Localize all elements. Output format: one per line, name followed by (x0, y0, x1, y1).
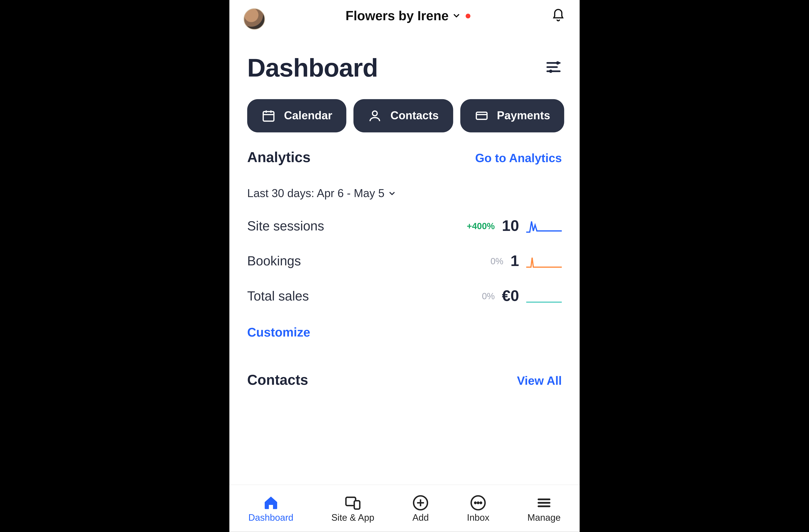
contacts-title: Contacts (247, 372, 308, 388)
shortcut-payments[interactable]: Payments (460, 99, 564, 132)
metric-label: Bookings (247, 253, 301, 269)
bottom-tab-bar: Dashboard Site & App Add Inbox Manage (229, 484, 580, 532)
chevron-down-icon (452, 11, 461, 22)
tab-label: Manage (527, 512, 561, 523)
shortcut-calendar[interactable]: Calendar (247, 99, 347, 132)
notifications-button[interactable] (551, 8, 565, 22)
devices-icon (344, 494, 361, 511)
svg-point-9 (373, 111, 377, 116)
metric-change: 0% (490, 256, 503, 266)
top-bar: Flowers by Irene (229, 0, 580, 36)
calendar-icon (261, 108, 276, 123)
metric-values: 0% €0 (482, 287, 562, 305)
sparkline-icon (526, 219, 562, 233)
svg-point-4 (550, 70, 552, 72)
tab-dashboard[interactable]: Dashboard (248, 494, 293, 522)
sliders-icon (545, 58, 562, 75)
view-all-contacts-link[interactable]: View All (517, 374, 562, 388)
metric-values: 0% 1 (490, 252, 562, 270)
site-switcher[interactable]: Flowers by Irene (346, 8, 471, 23)
app-screen: Flowers by Irene Dashboard (229, 0, 580, 532)
contacts-icon (368, 108, 382, 123)
notification-dot-icon (466, 14, 470, 18)
metric-change: +400% (467, 221, 495, 231)
tab-inbox[interactable]: Inbox (467, 494, 489, 522)
analytics-section: Analytics Go to Analytics Last 30 days: … (229, 143, 580, 388)
tab-label: Add (412, 512, 429, 523)
shortcut-label: Calendar (284, 109, 332, 122)
avatar[interactable] (244, 8, 265, 30)
home-icon (263, 494, 279, 511)
bell-icon (551, 8, 565, 22)
metric-value: 1 (511, 252, 519, 270)
tab-label: Dashboard (248, 512, 293, 523)
chat-icon (470, 494, 486, 511)
metric-values: +400% 10 (467, 217, 562, 235)
svg-rect-10 (476, 112, 487, 119)
metric-label: Site sessions (247, 218, 324, 234)
svg-rect-5 (263, 111, 274, 121)
tab-label: Site & App (331, 512, 374, 523)
shortcut-label: Contacts (391, 109, 438, 122)
metric-value: 10 (502, 217, 519, 235)
metric-total-sales[interactable]: Total sales 0% €0 (247, 287, 562, 305)
date-range-selector[interactable]: Last 30 days: Apr 6 - May 5 (247, 187, 562, 200)
shortcut-label: Payments (497, 109, 550, 122)
tab-label: Inbox (467, 512, 489, 523)
svg-point-19 (475, 502, 476, 503)
menu-icon (536, 494, 552, 511)
svg-point-3 (557, 62, 558, 64)
svg-point-21 (480, 502, 482, 503)
payments-icon (475, 108, 489, 123)
metric-label: Total sales (247, 288, 309, 304)
contacts-header: Contacts View All (247, 372, 562, 388)
date-range-label: Last 30 days: Apr 6 - May 5 (247, 187, 384, 200)
plus-circle-icon (412, 494, 429, 511)
sparkline-icon (526, 254, 562, 268)
tab-manage[interactable]: Manage (527, 494, 561, 522)
shortcut-contacts[interactable]: Contacts (354, 99, 453, 132)
tab-site-app[interactable]: Site & App (331, 494, 374, 522)
customize-analytics-link[interactable]: Customize (247, 325, 562, 340)
page-title-row: Dashboard (229, 36, 580, 88)
metric-value: €0 (502, 287, 519, 305)
metric-site-sessions[interactable]: Site sessions +400% 10 (247, 217, 562, 235)
svg-point-20 (478, 502, 479, 503)
svg-rect-14 (354, 500, 360, 509)
metric-change: 0% (482, 291, 495, 301)
dashboard-settings-button[interactable] (545, 58, 562, 78)
go-to-analytics-link[interactable]: Go to Analytics (475, 152, 562, 165)
chevron-down-icon (388, 189, 396, 199)
page-title: Dashboard (247, 53, 378, 83)
quick-shortcuts: Calendar Contacts Payments (229, 88, 580, 143)
tab-add[interactable]: Add (412, 494, 429, 522)
metric-bookings[interactable]: Bookings 0% 1 (247, 252, 562, 270)
site-name: Flowers by Irene (346, 8, 449, 23)
sparkline-icon (526, 289, 562, 303)
analytics-title: Analytics (247, 149, 311, 166)
analytics-header: Analytics Go to Analytics (247, 149, 562, 166)
